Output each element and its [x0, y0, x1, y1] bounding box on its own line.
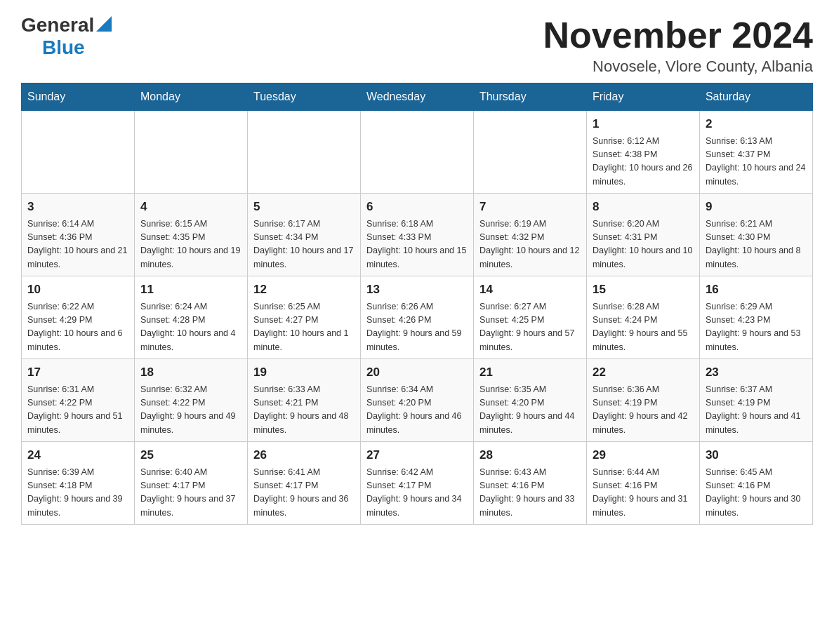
weekday-header-thursday: Thursday	[473, 83, 586, 111]
day-number: 9	[706, 198, 807, 216]
day-info: Sunrise: 6:20 AMSunset: 4:31 PMDaylight:…	[593, 217, 694, 272]
calendar-cell: 6Sunrise: 6:18 AMSunset: 4:33 PMDaylight…	[360, 194, 473, 276]
day-info: Sunrise: 6:24 AMSunset: 4:28 PMDaylight:…	[140, 300, 241, 355]
calendar-cell	[360, 111, 473, 194]
day-info: Sunrise: 6:25 AMSunset: 4:27 PMDaylight:…	[253, 300, 355, 355]
calendar-cell: 12Sunrise: 6:25 AMSunset: 4:27 PMDayligh…	[247, 276, 360, 359]
calendar-week-row: 17Sunrise: 6:31 AMSunset: 4:22 PMDayligh…	[22, 359, 813, 442]
calendar-cell: 2Sunrise: 6:13 AMSunset: 4:37 PMDaylight…	[699, 111, 812, 194]
day-number: 24	[27, 446, 128, 464]
day-number: 10	[27, 281, 128, 299]
day-info: Sunrise: 6:15 AMSunset: 4:35 PMDaylight:…	[140, 217, 241, 272]
day-info: Sunrise: 6:35 AMSunset: 4:20 PMDaylight:…	[479, 383, 581, 438]
day-info: Sunrise: 6:19 AMSunset: 4:32 PMDaylight:…	[479, 217, 581, 272]
day-number: 12	[253, 281, 355, 299]
day-info: Sunrise: 6:18 AMSunset: 4:33 PMDaylight:…	[366, 217, 468, 272]
day-info: Sunrise: 6:12 AMSunset: 4:38 PMDaylight:…	[593, 135, 694, 189]
calendar-week-row: 10Sunrise: 6:22 AMSunset: 4:29 PMDayligh…	[22, 276, 813, 359]
day-number: 26	[253, 446, 355, 464]
day-info: Sunrise: 6:32 AMSunset: 4:22 PMDaylight:…	[140, 383, 241, 438]
day-number: 28	[479, 446, 581, 464]
calendar-cell: 26Sunrise: 6:41 AMSunset: 4:17 PMDayligh…	[247, 442, 360, 525]
day-number: 29	[593, 446, 694, 464]
calendar-table: SundayMondayTuesdayWednesdayThursdayFrid…	[21, 83, 813, 525]
calendar-cell: 24Sunrise: 6:39 AMSunset: 4:18 PMDayligh…	[22, 442, 135, 525]
calendar-cell	[134, 111, 247, 194]
day-info: Sunrise: 6:45 AMSunset: 4:16 PMDaylight:…	[706, 466, 807, 521]
day-info: Sunrise: 6:14 AMSunset: 4:36 PMDaylight:…	[27, 217, 128, 272]
logo: General Blue	[21, 14, 112, 59]
day-info: Sunrise: 6:37 AMSunset: 4:19 PMDaylight:…	[706, 383, 807, 438]
weekday-header-saturday: Saturday	[699, 83, 812, 111]
day-info: Sunrise: 6:39 AMSunset: 4:18 PMDaylight:…	[27, 466, 128, 521]
calendar-cell: 19Sunrise: 6:33 AMSunset: 4:21 PMDayligh…	[247, 359, 360, 442]
day-info: Sunrise: 6:13 AMSunset: 4:37 PMDaylight:…	[706, 135, 807, 189]
day-number: 30	[706, 446, 807, 464]
day-info: Sunrise: 6:29 AMSunset: 4:23 PMDaylight:…	[706, 300, 807, 355]
day-info: Sunrise: 6:31 AMSunset: 4:22 PMDaylight:…	[27, 383, 128, 438]
calendar-cell: 5Sunrise: 6:17 AMSunset: 4:34 PMDaylight…	[247, 194, 360, 276]
day-number: 8	[593, 198, 694, 216]
day-number: 25	[140, 446, 241, 464]
weekday-header-monday: Monday	[134, 83, 247, 111]
day-info: Sunrise: 6:17 AMSunset: 4:34 PMDaylight:…	[253, 217, 355, 272]
weekday-header-row: SundayMondayTuesdayWednesdayThursdayFrid…	[22, 83, 813, 111]
month-title: November 2024	[543, 14, 813, 56]
location-title: Novosele, Vlore County, Albania	[543, 58, 813, 76]
day-number: 22	[593, 363, 694, 382]
calendar-cell: 21Sunrise: 6:35 AMSunset: 4:20 PMDayligh…	[473, 359, 586, 442]
calendar-cell	[22, 111, 135, 194]
day-number: 2	[706, 115, 807, 133]
calendar-cell: 1Sunrise: 6:12 AMSunset: 4:38 PMDaylight…	[586, 111, 699, 194]
calendar-cell: 17Sunrise: 6:31 AMSunset: 4:22 PMDayligh…	[22, 359, 135, 442]
day-info: Sunrise: 6:40 AMSunset: 4:17 PMDaylight:…	[140, 466, 241, 521]
day-number: 6	[366, 198, 468, 216]
calendar-cell	[247, 111, 360, 194]
day-info: Sunrise: 6:26 AMSunset: 4:26 PMDaylight:…	[366, 300, 468, 355]
calendar-week-row: 24Sunrise: 6:39 AMSunset: 4:18 PMDayligh…	[22, 442, 813, 525]
title-block: November 2024 Novosele, Vlore County, Al…	[543, 14, 813, 76]
calendar-cell: 16Sunrise: 6:29 AMSunset: 4:23 PMDayligh…	[699, 276, 812, 359]
day-number: 13	[366, 281, 468, 299]
calendar-body: 1Sunrise: 6:12 AMSunset: 4:38 PMDaylight…	[22, 111, 813, 525]
svg-marker-0	[96, 16, 112, 32]
day-number: 4	[140, 198, 241, 216]
calendar-cell: 22Sunrise: 6:36 AMSunset: 4:19 PMDayligh…	[586, 359, 699, 442]
weekday-header-wednesday: Wednesday	[360, 83, 473, 111]
day-number: 14	[479, 281, 581, 299]
calendar-week-row: 1Sunrise: 6:12 AMSunset: 4:38 PMDaylight…	[22, 111, 813, 194]
day-number: 15	[593, 281, 694, 299]
calendar-cell: 13Sunrise: 6:26 AMSunset: 4:26 PMDayligh…	[360, 276, 473, 359]
day-number: 11	[140, 281, 241, 299]
day-number: 5	[253, 198, 355, 216]
calendar-cell: 3Sunrise: 6:14 AMSunset: 4:36 PMDaylight…	[22, 194, 135, 276]
calendar-cell: 14Sunrise: 6:27 AMSunset: 4:25 PMDayligh…	[473, 276, 586, 359]
day-info: Sunrise: 6:34 AMSunset: 4:20 PMDaylight:…	[366, 383, 468, 438]
day-info: Sunrise: 6:33 AMSunset: 4:21 PMDaylight:…	[253, 383, 355, 438]
calendar-cell: 25Sunrise: 6:40 AMSunset: 4:17 PMDayligh…	[134, 442, 247, 525]
calendar-cell: 29Sunrise: 6:44 AMSunset: 4:16 PMDayligh…	[586, 442, 699, 525]
day-number: 23	[706, 363, 807, 382]
weekday-header-friday: Friday	[586, 83, 699, 111]
weekday-header-tuesday: Tuesday	[247, 83, 360, 111]
day-number: 21	[479, 363, 581, 382]
day-info: Sunrise: 6:42 AMSunset: 4:17 PMDaylight:…	[366, 466, 468, 521]
calendar-week-row: 3Sunrise: 6:14 AMSunset: 4:36 PMDaylight…	[22, 194, 813, 276]
day-info: Sunrise: 6:43 AMSunset: 4:16 PMDaylight:…	[479, 466, 581, 521]
logo-blue-text: Blue	[42, 36, 85, 59]
day-info: Sunrise: 6:36 AMSunset: 4:19 PMDaylight:…	[593, 383, 694, 438]
page-header: General Blue November 2024 Novosele, Vlo…	[21, 14, 813, 76]
logo-triangle-icon	[96, 16, 112, 32]
day-number: 19	[253, 363, 355, 382]
logo-general-text: General	[21, 14, 94, 36]
day-number: 3	[27, 198, 128, 216]
calendar-cell: 23Sunrise: 6:37 AMSunset: 4:19 PMDayligh…	[699, 359, 812, 442]
calendar-cell: 7Sunrise: 6:19 AMSunset: 4:32 PMDaylight…	[473, 194, 586, 276]
day-number: 27	[366, 446, 468, 464]
calendar-cell: 11Sunrise: 6:24 AMSunset: 4:28 PMDayligh…	[134, 276, 247, 359]
day-number: 7	[479, 198, 581, 216]
calendar-cell: 27Sunrise: 6:42 AMSunset: 4:17 PMDayligh…	[360, 442, 473, 525]
calendar-cell: 9Sunrise: 6:21 AMSunset: 4:30 PMDaylight…	[699, 194, 812, 276]
day-info: Sunrise: 6:41 AMSunset: 4:17 PMDaylight:…	[253, 466, 355, 521]
day-info: Sunrise: 6:44 AMSunset: 4:16 PMDaylight:…	[593, 466, 694, 521]
